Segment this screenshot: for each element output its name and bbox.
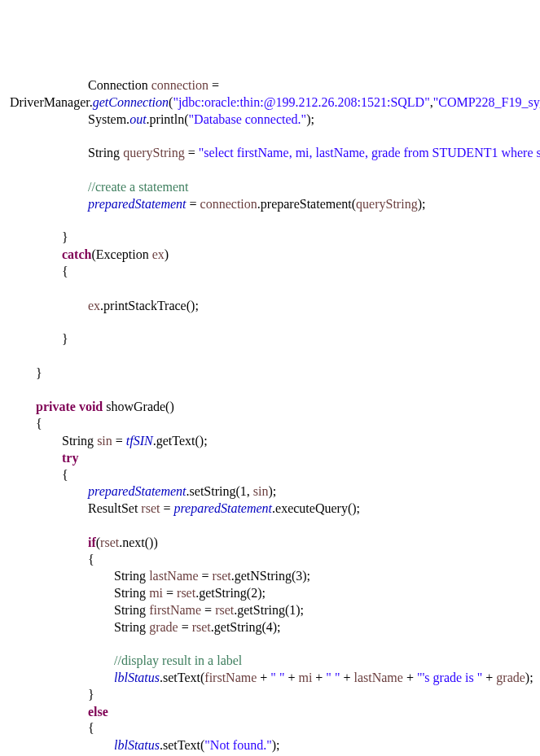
code-text: );: [268, 484, 276, 498]
code-var: lastName: [149, 569, 198, 583]
code-text: String: [10, 620, 149, 634]
code-text: .getString(1);: [234, 603, 304, 617]
code-text: .prepareStatement(: [257, 197, 356, 211]
code-var: ex: [88, 299, 100, 312]
code-text: }: [10, 230, 68, 244]
code-text: [10, 705, 88, 719]
code-text: .printStackTrace();: [100, 299, 199, 312]
code-text: [10, 180, 88, 194]
code-text: showGrade(): [103, 400, 174, 413]
code-text: .getNString(3);: [231, 569, 310, 583]
code-var: rset: [141, 501, 160, 515]
code-keyword: private void: [36, 400, 103, 413]
code-comment: //create a statement: [88, 180, 188, 194]
code-static: out: [130, 112, 146, 126]
code-string: "select firstName, mi, lastName, grade f…: [199, 146, 540, 160]
code-static: lblStatus: [114, 738, 160, 752]
code-text: );: [418, 197, 426, 211]
code-var: mi: [149, 586, 163, 600]
code-text: {: [10, 553, 94, 566]
code-var: rset: [100, 535, 119, 549]
code-text: {: [10, 264, 68, 278]
code-text: =: [112, 434, 126, 448]
code-text: =: [178, 620, 192, 634]
code-var: rset: [177, 586, 195, 600]
code-var: grade: [149, 620, 178, 634]
code-text: .setText(: [160, 671, 204, 684]
code-text: (Exception: [91, 247, 151, 261]
code-text: .next()): [119, 535, 158, 549]
code-text: );: [525, 671, 533, 684]
code-text: +: [482, 671, 496, 684]
code-text: Connection: [10, 78, 151, 92]
code-string: "COMP228_F19_sy_61": [433, 95, 540, 109]
code-text: {: [10, 417, 42, 430]
code-static: lblStatus: [114, 671, 160, 684]
code-keyword: if: [88, 535, 96, 549]
code-static: preparedStatement: [88, 484, 187, 498]
code-text: =: [185, 146, 199, 160]
code-text: +: [284, 671, 298, 684]
code-text: +: [403, 671, 417, 684]
code-text: [10, 535, 88, 549]
code-text: String: [10, 603, 149, 617]
code-text: System.: [10, 112, 130, 126]
code-static: preparedStatement: [173, 501, 272, 515]
code-var: connection: [200, 197, 257, 211]
code-keyword: try: [62, 451, 78, 465]
code-text: =: [187, 197, 200, 211]
code-text: [10, 653, 114, 667]
code-text: [10, 451, 62, 465]
code-var: queryString: [123, 146, 185, 160]
code-text: );: [272, 738, 280, 752]
code-text: .getString(4);: [211, 620, 281, 634]
code-var: grade: [496, 671, 525, 684]
code-text: [10, 484, 88, 498]
code-text: String: [10, 146, 123, 160]
code-text: {: [10, 721, 94, 735]
code-text: [10, 738, 114, 752]
code-text: }: [10, 332, 68, 346]
code-static: tfSIN: [126, 434, 153, 448]
code-string: "'s grade is ": [417, 671, 482, 684]
code-text: }: [10, 366, 42, 380]
code-text: .getString(2);: [195, 586, 266, 600]
code-text: String: [10, 434, 97, 448]
code-string: "jdbc:oracle:thin:@199.212.26.208:1521:S…: [173, 95, 429, 109]
code-string: " ": [326, 671, 340, 684]
code-text: =: [160, 501, 173, 515]
code-text: DriverManager.: [10, 95, 93, 109]
code-keyword: else: [88, 705, 108, 719]
code-var: lastName: [353, 671, 402, 684]
code-text: ResultSet: [10, 501, 141, 515]
code-comment: //display result in a label: [114, 653, 242, 667]
code-text: String: [10, 569, 149, 583]
code-text: =: [201, 603, 215, 617]
code-static: getConnection: [93, 95, 169, 109]
code-var: rset: [215, 603, 234, 617]
code-text: +: [340, 671, 353, 684]
code-text: [10, 197, 88, 211]
code-text: [10, 299, 88, 312]
code-text: +: [312, 671, 326, 684]
code-string: " ": [270, 671, 284, 684]
code-text: +: [257, 671, 270, 684]
code-text: =: [199, 569, 213, 583]
code-text: [10, 671, 114, 684]
code-text: String: [10, 586, 149, 600]
code-var: firstName: [204, 671, 257, 684]
code-var: firstName: [149, 603, 201, 617]
code-keyword: catch: [62, 247, 91, 261]
code-static: preparedStatement: [88, 197, 187, 211]
code-text: [10, 400, 36, 413]
code-text: {: [10, 468, 68, 482]
code-text: [10, 247, 62, 261]
code-var: rset: [192, 620, 211, 634]
code-text: .println(: [147, 112, 189, 126]
code-text: .getText();: [153, 434, 208, 448]
code-var: connection: [151, 78, 209, 92]
code-text: }: [10, 688, 94, 701]
code-text: ): [165, 247, 169, 261]
code-var: rset: [213, 569, 231, 583]
code-text: );: [306, 112, 314, 126]
